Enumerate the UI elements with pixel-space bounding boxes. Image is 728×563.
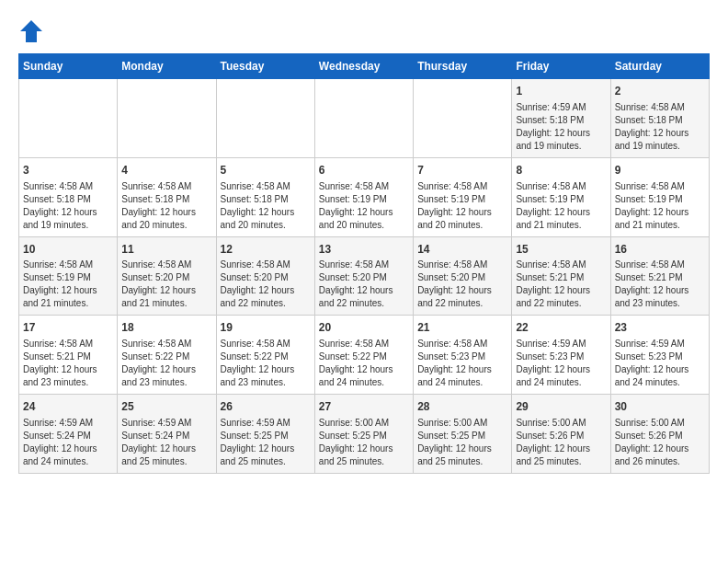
calendar-cell: 13Sunrise: 4:58 AM Sunset: 5:20 PM Dayli… (314, 236, 413, 316)
day-info: Sunrise: 4:58 AM Sunset: 5:18 PM Dayligh… (23, 180, 113, 232)
day-number: 15 (516, 242, 606, 258)
day-number: 5 (221, 163, 311, 178)
calendar-cell: 4Sunrise: 4:58 AM Sunset: 5:18 PM Daylig… (118, 157, 216, 236)
day-info: Sunrise: 4:58 AM Sunset: 5:19 PM Dayligh… (23, 259, 113, 310)
day-number: 4 (121, 163, 211, 178)
calendar-cell: 1Sunrise: 4:59 AM Sunset: 5:18 PM Daylig… (512, 79, 610, 158)
day-number: 26 (221, 399, 311, 415)
calendar-cell: 21Sunrise: 4:58 AM Sunset: 5:23 PM Dayli… (414, 316, 512, 395)
calendar-week-row: 3Sunrise: 4:58 AM Sunset: 5:18 PM Daylig… (19, 157, 710, 236)
page-header (18, 18, 710, 44)
calendar-cell: 27Sunrise: 5:00 AM Sunset: 5:25 PM Dayli… (314, 395, 413, 474)
day-number: 20 (319, 320, 409, 336)
day-number: 17 (23, 320, 113, 336)
day-number: 12 (221, 242, 311, 258)
calendar-cell (118, 79, 216, 158)
day-info: Sunrise: 4:58 AM Sunset: 5:18 PM Dayligh… (221, 180, 311, 232)
day-number: 11 (121, 242, 211, 258)
calendar-cell (216, 79, 314, 158)
day-of-week-header: Thursday (414, 54, 512, 79)
calendar-week-row: 10Sunrise: 4:58 AM Sunset: 5:19 PM Dayli… (19, 236, 710, 316)
day-info: Sunrise: 4:58 AM Sunset: 5:18 PM Dayligh… (615, 101, 705, 153)
calendar-cell: 10Sunrise: 4:58 AM Sunset: 5:19 PM Dayli… (19, 236, 118, 316)
day-of-week-header: Friday (512, 54, 610, 79)
day-of-week-header: Tuesday (216, 54, 314, 79)
calendar-cell: 12Sunrise: 4:58 AM Sunset: 5:20 PM Dayli… (216, 236, 314, 316)
calendar-cell: 29Sunrise: 5:00 AM Sunset: 5:26 PM Dayli… (512, 395, 610, 474)
calendar-cell (19, 79, 118, 158)
calendar-cell: 7Sunrise: 4:58 AM Sunset: 5:19 PM Daylig… (414, 157, 512, 236)
calendar-cell: 25Sunrise: 4:59 AM Sunset: 5:24 PM Dayli… (118, 395, 216, 474)
calendar-table: SundayMondayTuesdayWednesdayThursdayFrid… (18, 53, 710, 474)
day-info: Sunrise: 4:59 AM Sunset: 5:25 PM Dayligh… (221, 417, 311, 468)
calendar-cell: 3Sunrise: 4:58 AM Sunset: 5:18 PM Daylig… (19, 157, 118, 236)
day-of-week-header: Sunday (19, 54, 118, 79)
day-info: Sunrise: 5:00 AM Sunset: 5:26 PM Dayligh… (516, 417, 606, 468)
calendar-cell: 9Sunrise: 4:58 AM Sunset: 5:19 PM Daylig… (610, 157, 709, 236)
day-number: 10 (23, 242, 113, 258)
day-number: 21 (417, 320, 507, 336)
day-of-week-header: Saturday (610, 54, 709, 79)
day-info: Sunrise: 4:58 AM Sunset: 5:20 PM Dayligh… (121, 259, 211, 310)
day-number: 14 (417, 242, 507, 258)
day-number: 18 (121, 320, 211, 336)
logo-icon (18, 18, 44, 44)
calendar-cell: 24Sunrise: 4:59 AM Sunset: 5:24 PM Dayli… (19, 395, 118, 474)
day-info: Sunrise: 5:00 AM Sunset: 5:26 PM Dayligh… (615, 417, 705, 468)
day-info: Sunrise: 4:58 AM Sunset: 5:20 PM Dayligh… (319, 259, 409, 310)
day-info: Sunrise: 4:58 AM Sunset: 5:22 PM Dayligh… (221, 338, 311, 389)
day-info: Sunrise: 4:59 AM Sunset: 5:23 PM Dayligh… (516, 338, 606, 389)
calendar-cell: 22Sunrise: 4:59 AM Sunset: 5:23 PM Dayli… (512, 316, 610, 395)
calendar-cell: 14Sunrise: 4:58 AM Sunset: 5:20 PM Dayli… (414, 236, 512, 316)
calendar-cell: 11Sunrise: 4:58 AM Sunset: 5:20 PM Dayli… (118, 236, 216, 316)
day-number: 22 (516, 320, 606, 336)
day-number: 25 (121, 399, 211, 415)
day-info: Sunrise: 4:58 AM Sunset: 5:22 PM Dayligh… (121, 338, 211, 389)
calendar-cell: 30Sunrise: 5:00 AM Sunset: 5:26 PM Dayli… (610, 395, 709, 474)
day-number: 8 (516, 163, 606, 178)
day-info: Sunrise: 4:58 AM Sunset: 5:22 PM Dayligh… (319, 338, 409, 389)
day-info: Sunrise: 4:59 AM Sunset: 5:24 PM Dayligh… (121, 417, 211, 468)
day-info: Sunrise: 4:59 AM Sunset: 5:24 PM Dayligh… (23, 417, 113, 468)
day-number: 27 (319, 399, 409, 415)
day-info: Sunrise: 4:58 AM Sunset: 5:19 PM Dayligh… (319, 180, 409, 232)
day-info: Sunrise: 4:58 AM Sunset: 5:19 PM Dayligh… (417, 180, 507, 232)
day-number: 1 (516, 84, 606, 99)
day-number: 7 (417, 163, 507, 178)
day-number: 29 (516, 399, 606, 415)
day-info: Sunrise: 4:58 AM Sunset: 5:21 PM Dayligh… (516, 259, 606, 310)
calendar-cell (414, 79, 512, 158)
calendar-cell: 19Sunrise: 4:58 AM Sunset: 5:22 PM Dayli… (216, 316, 314, 395)
day-info: Sunrise: 4:58 AM Sunset: 5:20 PM Dayligh… (417, 259, 507, 310)
day-number: 28 (417, 399, 507, 415)
day-info: Sunrise: 4:58 AM Sunset: 5:21 PM Dayligh… (615, 259, 705, 310)
calendar-cell: 17Sunrise: 4:58 AM Sunset: 5:21 PM Dayli… (19, 316, 118, 395)
calendar-cell: 5Sunrise: 4:58 AM Sunset: 5:18 PM Daylig… (216, 157, 314, 236)
day-info: Sunrise: 4:58 AM Sunset: 5:21 PM Dayligh… (23, 338, 113, 389)
logo (18, 18, 48, 44)
calendar-cell: 20Sunrise: 4:58 AM Sunset: 5:22 PM Dayli… (314, 316, 413, 395)
svg-marker-0 (20, 20, 42, 42)
day-info: Sunrise: 4:58 AM Sunset: 5:18 PM Dayligh… (121, 180, 211, 232)
day-of-week-header: Wednesday (314, 54, 413, 79)
calendar-cell: 28Sunrise: 5:00 AM Sunset: 5:25 PM Dayli… (414, 395, 512, 474)
day-info: Sunrise: 5:00 AM Sunset: 5:25 PM Dayligh… (417, 417, 507, 468)
day-info: Sunrise: 4:58 AM Sunset: 5:19 PM Dayligh… (615, 180, 705, 232)
calendar-week-row: 24Sunrise: 4:59 AM Sunset: 5:24 PM Dayli… (19, 395, 710, 474)
day-info: Sunrise: 5:00 AM Sunset: 5:25 PM Dayligh… (319, 417, 409, 468)
calendar-cell: 6Sunrise: 4:58 AM Sunset: 5:19 PM Daylig… (314, 157, 413, 236)
day-of-week-header: Monday (118, 54, 216, 79)
calendar-header: SundayMondayTuesdayWednesdayThursdayFrid… (19, 54, 710, 79)
calendar-cell (314, 79, 413, 158)
day-number: 9 (615, 163, 705, 178)
calendar-cell: 26Sunrise: 4:59 AM Sunset: 5:25 PM Dayli… (216, 395, 314, 474)
calendar-cell: 2Sunrise: 4:58 AM Sunset: 5:18 PM Daylig… (610, 79, 709, 158)
day-number: 6 (319, 163, 409, 178)
day-number: 13 (319, 242, 409, 258)
calendar-week-row: 17Sunrise: 4:58 AM Sunset: 5:21 PM Dayli… (19, 316, 710, 395)
day-number: 30 (615, 399, 705, 415)
day-info: Sunrise: 4:59 AM Sunset: 5:23 PM Dayligh… (615, 338, 705, 389)
day-number: 23 (615, 320, 705, 336)
day-number: 24 (23, 399, 113, 415)
calendar-week-row: 1Sunrise: 4:59 AM Sunset: 5:18 PM Daylig… (19, 79, 710, 158)
